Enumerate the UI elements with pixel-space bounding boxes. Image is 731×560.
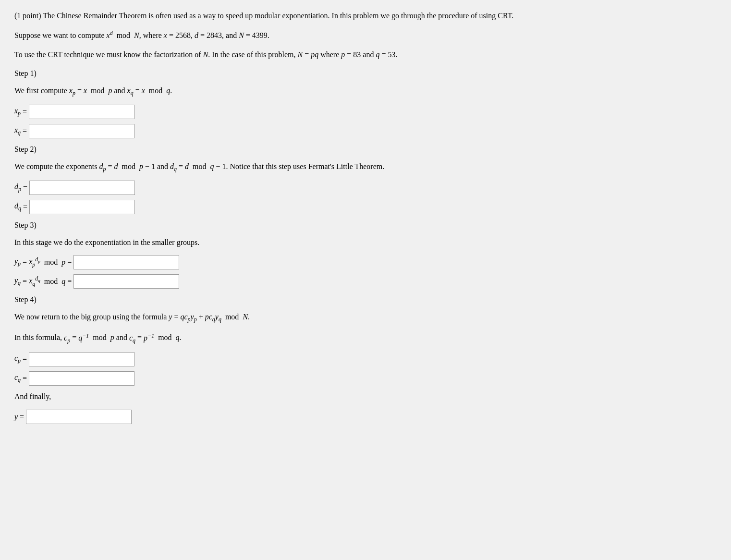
step1-label: Step 1) (14, 67, 716, 80)
dq-equals: = (23, 203, 27, 211)
step4-desc1: We now return to the big group using the… (14, 311, 716, 324)
dq-input[interactable] (29, 200, 135, 214)
page-content: (1 point) The Chinese Remainder Theorem … (14, 10, 716, 424)
yq-mod: mod (42, 277, 60, 286)
step4-desc2: In this formula, cp = q−1 mod p and cq =… (14, 331, 716, 345)
cq-row: cq = (14, 371, 716, 386)
cp-label: cp (14, 354, 21, 365)
step4-label: Step 4) (14, 293, 716, 306)
xp-label: xp (14, 107, 21, 117)
dp-equals: = (23, 183, 27, 192)
cq-equals: = (23, 374, 27, 383)
yp-equals1: = (23, 258, 27, 267)
yp-p: p (61, 258, 65, 267)
y-input[interactable] (26, 410, 132, 424)
yq-input[interactable] (73, 274, 179, 289)
intro-line: Suppose we want to compute xd mod N, whe… (14, 29, 716, 42)
step2-label: Step 2) (14, 143, 716, 156)
y-row: y = (14, 410, 716, 424)
yp-input[interactable] (73, 255, 179, 269)
step3-desc: In this stage we do the exponentiation i… (14, 236, 716, 249)
xq-label: xq (14, 126, 21, 136)
yp-formula: xpdp (29, 256, 40, 268)
xp-input[interactable] (29, 105, 134, 119)
y-equals: = (20, 413, 24, 421)
dp-row: dp = (14, 181, 716, 195)
problem-header: (1 point) The Chinese Remainder Theorem … (14, 10, 716, 22)
finally-label: And finally, (14, 390, 716, 403)
cq-input[interactable] (29, 371, 134, 386)
step1-desc: We first compute xp = x mod p and xq = x… (14, 85, 716, 98)
cq-label: cq (14, 373, 21, 384)
dp-label: dp (14, 183, 21, 193)
cp-row: cp = (14, 352, 716, 366)
y-label: y (14, 413, 18, 421)
dq-row: dq = (14, 200, 716, 214)
yp-equals2: = (67, 258, 72, 267)
yq-equals1: = (23, 277, 27, 286)
cp-input[interactable] (29, 352, 134, 366)
yq-label: yq (14, 276, 21, 287)
yq-q: q (61, 277, 65, 286)
yq-formula: xqdq (29, 275, 40, 288)
step2-desc: We compute the exponents dp = d mod p − … (14, 160, 716, 174)
yq-equals2: = (67, 277, 72, 286)
crt-intro: To use the CRT technique we must know th… (14, 49, 716, 61)
step3-label: Step 3) (14, 219, 716, 231)
xp-equals: = (23, 108, 27, 116)
yp-label: yp (14, 257, 21, 268)
and-word: and (226, 31, 237, 39)
dp-input[interactable] (29, 181, 135, 195)
xq-equals: = (23, 127, 27, 135)
xq-input[interactable] (29, 124, 134, 138)
yq-row: yq = xqdq mod q = (14, 274, 716, 289)
cp-equals: = (23, 355, 27, 364)
yp-mod: mod (42, 258, 60, 267)
xp-row: xp = (14, 105, 716, 119)
xq-row: xq = (14, 124, 716, 138)
yp-row: yp = xpdp mod p = (14, 255, 716, 269)
dq-label: dq (14, 202, 21, 212)
